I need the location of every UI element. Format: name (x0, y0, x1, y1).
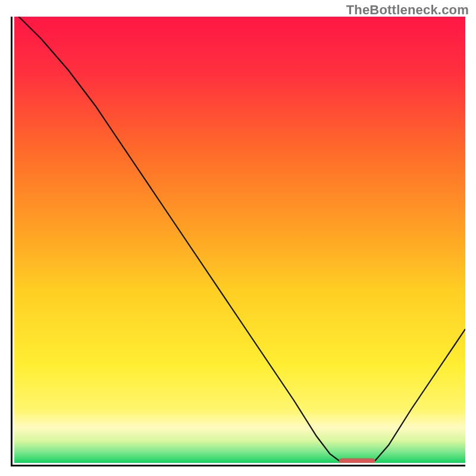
plot-axes (11, 17, 465, 466)
plot-area (14, 17, 465, 463)
chart-container: TheBottleneck.com (0, 0, 476, 476)
optimal-marker (14, 17, 465, 463)
svg-rect-1 (339, 458, 375, 463)
watermark-text: TheBottleneck.com (346, 2, 469, 18)
